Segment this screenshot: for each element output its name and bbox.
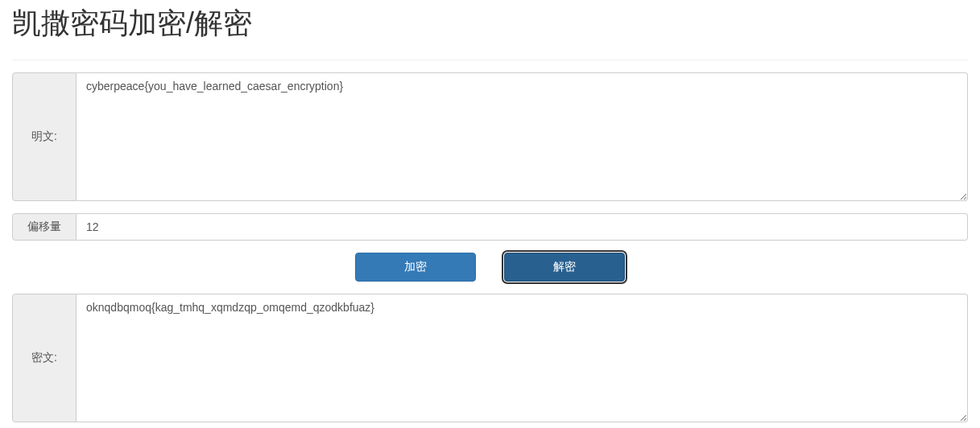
plaintext-input[interactable]	[76, 72, 968, 201]
decrypt-button[interactable]: 解密	[504, 253, 625, 282]
offset-input[interactable]	[76, 213, 968, 241]
divider	[12, 60, 968, 60]
ciphertext-input[interactable]	[76, 294, 968, 422]
ciphertext-label: 密文:	[12, 294, 76, 422]
offset-label: 偏移量	[12, 213, 76, 241]
offset-group: 偏移量	[12, 213, 968, 241]
plaintext-label: 明文:	[12, 72, 76, 201]
ciphertext-group: 密文:	[12, 294, 968, 422]
plaintext-group: 明文:	[12, 72, 968, 201]
button-row: 加密 解密	[12, 253, 968, 282]
encrypt-button[interactable]: 加密	[355, 253, 476, 282]
page-title: 凯撒密码加密/解密	[12, 4, 968, 43]
